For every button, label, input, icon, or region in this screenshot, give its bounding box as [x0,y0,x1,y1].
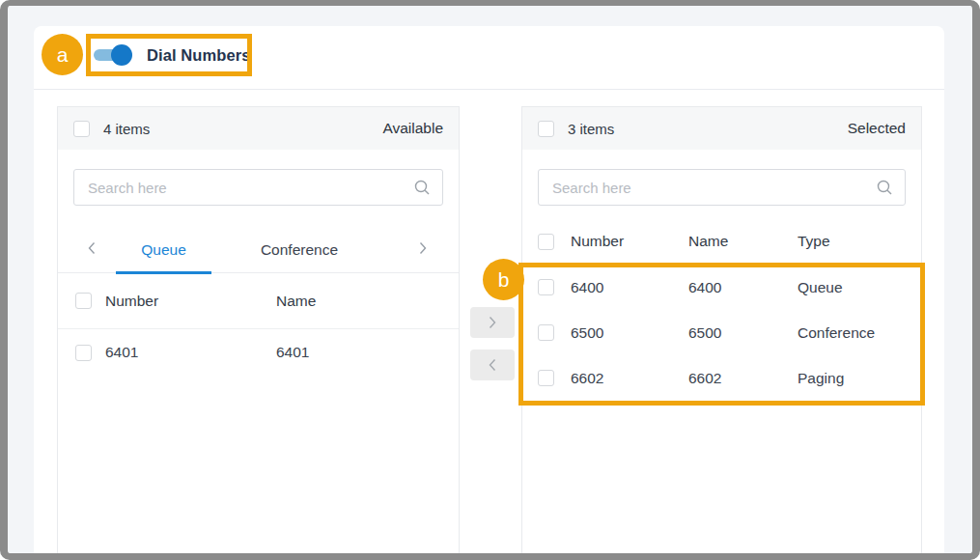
tab-conference[interactable]: Conference [241,227,357,272]
row-checkbox[interactable] [75,345,92,361]
tab-queue[interactable]: Queue [116,227,211,272]
toolbar-divider [34,89,944,90]
selected-search-box [538,169,906,206]
available-panel-title: Available [382,120,443,137]
search-icon [876,179,893,196]
available-table-header: Number Name [58,273,459,329]
available-panel: 4 items Available Queue Conference [57,106,460,560]
available-row-6401[interactable]: 6401 6401 [58,329,459,376]
column-header-number: Number [105,293,158,310]
search-icon [413,179,431,196]
available-select-all-checkbox[interactable] [73,121,90,137]
row-name-cell: 6401 [276,344,309,361]
tabs-prev-button[interactable] [83,238,100,263]
chevron-left-icon [488,358,497,372]
selected-search-input[interactable] [550,179,868,197]
screen-background: Dial Numbers a 4 items Available Queue C… [0,0,980,560]
chevron-left-icon [87,241,97,255]
selected-panel-title: Selected [848,120,906,137]
available-search-input[interactable] [86,179,406,197]
selected-table-header: Number Name Type [522,219,921,265]
available-tabs: Queue Conference [58,227,459,273]
move-right-button[interactable] [470,307,515,338]
available-count-label: 4 items [103,121,150,137]
column-header-name: Name [688,233,728,250]
selected-count-label: 3 items [568,121,614,137]
annotation-box-a [86,34,252,76]
chevron-right-icon [418,241,428,255]
column-header-type: Type [798,233,830,250]
move-left-button[interactable] [470,350,515,380]
selected-header-checkbox[interactable] [538,234,554,250]
column-header-name: Name [276,293,316,310]
available-header-checkbox[interactable] [75,293,92,309]
column-header-number: Number [571,233,624,250]
selected-select-all-checkbox[interactable] [538,121,554,137]
selected-panel-header: 3 items Selected [522,107,921,150]
row-number-cell: 6401 [105,344,138,361]
tabs-next-button[interactable] [414,238,432,263]
available-search-box [73,169,443,206]
annotation-badge-a: a [42,34,83,75]
chevron-right-icon [488,316,497,329]
annotation-box-b [518,263,925,406]
available-panel-header: 4 items Available [58,107,459,150]
annotation-badge-b: b [483,259,524,300]
